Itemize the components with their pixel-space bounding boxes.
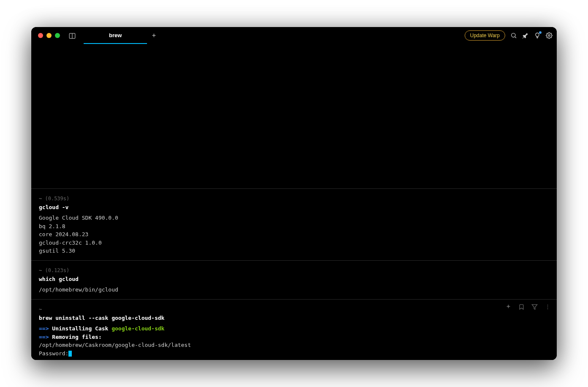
command-text: which gcloud (39, 275, 549, 283)
svg-point-7 (547, 306, 548, 307)
output-label: Uninstalling Cask (52, 325, 108, 332)
split-pane-icon[interactable] (68, 32, 76, 39)
arrow-marker: ==> (39, 334, 49, 340)
empty-scrollback (31, 44, 557, 188)
command-output: Google Cloud SDK 490.0.0 bq 2.1.8 core 2… (39, 214, 549, 255)
notification-dot (539, 31, 542, 34)
command-output: /opt/homebrew/bin/gcloud (39, 286, 549, 294)
active-command-block[interactable]: ~ brew uninstall --cask google-cloud-sdk… (31, 299, 557, 360)
prompt-meta: ~ (0.539s) (39, 195, 549, 202)
svg-line-3 (515, 37, 516, 38)
command-text: brew uninstall --cask google-cloud-sdk (39, 314, 549, 322)
arrow-marker: ==> (39, 325, 49, 332)
output-label: Removing files: (52, 334, 101, 340)
maximize-button[interactable] (55, 33, 60, 38)
prompt-path: ~ (39, 306, 42, 312)
tab-bar: brew + (84, 27, 161, 44)
more-icon[interactable] (544, 304, 551, 310)
package-name: google-cloud-sdk (112, 325, 164, 332)
block-actions (505, 304, 551, 310)
minimize-button[interactable] (46, 33, 52, 38)
svg-point-6 (547, 305, 548, 305)
prompt-meta: ~ (0.123s) (39, 267, 549, 274)
prompt-path: ~ (39, 196, 42, 202)
ai-icon[interactable] (505, 304, 512, 310)
cursor (68, 351, 72, 357)
search-icon[interactable] (510, 32, 517, 39)
prompt-duration: (0.539s) (45, 196, 69, 202)
settings-icon[interactable] (546, 32, 553, 39)
close-button[interactable] (38, 33, 43, 38)
tab-brew[interactable]: brew (84, 27, 147, 44)
titlebar: brew + Update Warp (31, 27, 557, 44)
traffic-lights (35, 33, 60, 38)
password-prompt: Password: (39, 350, 68, 357)
prompt-meta: ~ (39, 305, 549, 313)
titlebar-actions: Update Warp (465, 30, 553, 41)
command-text: gcloud -v (39, 203, 549, 212)
pin-icon[interactable] (522, 32, 529, 39)
terminal-window: brew + Update Warp (31, 27, 557, 360)
svg-marker-5 (532, 304, 537, 309)
output-path: /opt/homebrew/Caskroom/google-cloud-sdk/… (39, 342, 191, 348)
svg-point-4 (548, 35, 550, 36)
update-warp-button[interactable]: Update Warp (465, 30, 505, 41)
lightbulb-icon[interactable] (534, 32, 541, 39)
svg-point-8 (547, 308, 548, 309)
prompt-duration: (0.123s) (45, 267, 69, 273)
command-block[interactable]: ~ (0.123s) which gcloud /opt/homebrew/bi… (31, 260, 557, 299)
svg-point-2 (512, 33, 515, 37)
filter-icon[interactable] (531, 304, 538, 310)
bookmark-icon[interactable] (518, 304, 525, 310)
new-tab-button[interactable]: + (147, 27, 161, 44)
command-output: ==> Uninstalling Cask google-cloud-sdk =… (39, 324, 549, 357)
terminal-content[interactable]: ~ (0.539s) gcloud -v Google Cloud SDK 49… (31, 44, 557, 360)
prompt-path: ~ (39, 267, 42, 273)
command-block[interactable]: ~ (0.539s) gcloud -v Google Cloud SDK 49… (31, 188, 557, 260)
